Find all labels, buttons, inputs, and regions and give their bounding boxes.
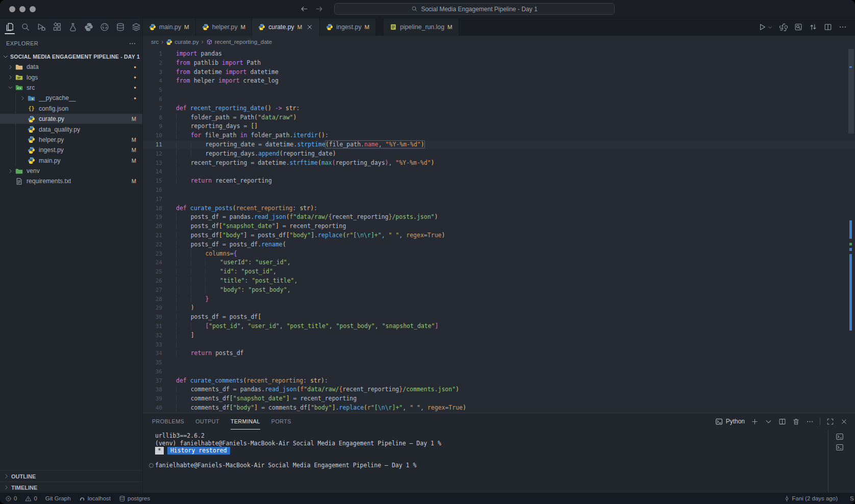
forward-icon[interactable] — [315, 5, 323, 13]
section-timeline[interactable]: TIMELINE — [0, 482, 142, 493]
code-line-39: 39comments_df["snapshot_date"] = recent_… — [143, 394, 855, 404]
line-number: 13 — [143, 159, 162, 168]
explorer-more-icon[interactable] — [129, 40, 136, 47]
new-terminal-icon[interactable] — [751, 418, 759, 425]
panel-tab-ports[interactable]: PORTS — [271, 413, 291, 430]
close-window-button[interactable] — [9, 6, 15, 12]
code-line-1: 1import pandas — [143, 49, 855, 59]
tree-item-logs[interactable]: logs● — [0, 72, 142, 82]
tree-item-config.json[interactable]: {}config.json — [0, 104, 142, 114]
run-dropdown-icon[interactable] — [767, 24, 773, 30]
terminal-line: fanielhabte@Faniels-MacBook-Air Social M… — [147, 462, 828, 469]
status-db-host[interactable]: localhost — [79, 495, 111, 502]
activity-item-search[interactable] — [19, 18, 32, 36]
activity-item-run-debug[interactable] — [35, 18, 47, 36]
json-icon: {} — [28, 105, 35, 112]
line-number: 39 — [143, 394, 162, 404]
breadcrumb-item-src[interactable]: src — [151, 39, 159, 45]
folder-icon — [28, 94, 35, 102]
command-center-search[interactable]: Social Media Engagement Pipeline - Day 1 — [334, 3, 615, 15]
terminal-instance-icon[interactable] — [836, 433, 844, 441]
code-editor[interactable]: 1import pandas2from pathlib import Path3… — [143, 48, 855, 413]
status-text: 0 — [14, 495, 17, 501]
split-terminal-icon[interactable] — [778, 418, 786, 425]
sync-icon[interactable] — [809, 23, 817, 31]
tree-item-curate.py[interactable]: curate.pyM — [0, 114, 142, 124]
modified-dot-badge: ● — [134, 85, 142, 90]
code-text — [162, 167, 191, 177]
panel-header: PROBLEMSOUTPUTTERMINALPORTS Python — [143, 413, 855, 430]
breadcrumb-item-curate.py[interactable]: curate.py — [166, 39, 198, 45]
activity-item-explorer[interactable] — [4, 18, 16, 36]
search-editor-icon[interactable] — [794, 23, 802, 31]
tree-item-requirements.txt[interactable]: requirements.txtM — [0, 176, 142, 186]
tree-item-data[interactable]: data● — [0, 62, 142, 72]
zoom-window-button[interactable] — [30, 6, 36, 12]
python-file-icon — [326, 23, 333, 31]
terminal-dropdown-icon[interactable] — [765, 418, 772, 425]
kill-terminal-icon[interactable] — [792, 418, 800, 425]
python-icon — [84, 22, 93, 32]
code-line-19: 19posts_df = pandas.read_json(f"data/raw… — [143, 213, 855, 222]
tree-item-data_quality.py[interactable]: data_quality.py — [0, 124, 142, 134]
code-line-36: 36 — [143, 367, 855, 376]
tree-item-src[interactable]: src● — [0, 83, 142, 93]
status-warning-count[interactable]: 0 — [25, 495, 37, 502]
terminal-gutter — [147, 432, 155, 440]
tree-item-main.py[interactable]: main.pyM — [0, 156, 142, 166]
tab-helper.py[interactable]: helper.pyM — [196, 18, 253, 36]
tree-item-helper.py[interactable]: helper.pyM — [0, 135, 142, 145]
close-tab-icon[interactable] — [306, 23, 313, 31]
line-number: 12 — [143, 149, 162, 159]
tab-ingest.py[interactable]: ingest.pyM — [320, 18, 376, 36]
panel-tab-terminal[interactable]: TERMINAL — [231, 413, 260, 430]
panel-tab-output[interactable]: OUTPUT — [195, 413, 219, 430]
activity-item-testing[interactable] — [67, 18, 79, 36]
minimize-window-button[interactable] — [19, 6, 26, 12]
maximize-panel-icon[interactable] — [826, 418, 834, 425]
status-error-count[interactable]: 0 — [5, 495, 17, 502]
tab-curate.py[interactable]: curate.pyM — [252, 18, 320, 36]
activity-item-python[interactable] — [83, 18, 95, 36]
activity-item-extensions[interactable] — [51, 18, 63, 36]
tab-pipeline_run.log[interactable]: pipeline_run.logM — [383, 18, 459, 36]
code-text: from helper import create_log — [162, 77, 279, 86]
openai-icon[interactable] — [779, 23, 788, 31]
split-editor-icon[interactable] — [824, 23, 832, 31]
breadcrumb-item-recent_reporting_date[interactable]: recent_reporting_date — [206, 39, 272, 45]
status-blame[interactable]: Fani (2 days ago) — [784, 495, 838, 502]
run-button[interactable] — [758, 23, 773, 31]
line-number: 37 — [143, 376, 162, 386]
code-line-31: 31["post_id", "user_id", "post_title", "… — [143, 322, 855, 331]
terminal-instance-icon[interactable] — [836, 443, 844, 451]
status-db-name[interactable]: postgres — [119, 495, 150, 502]
close-panel-icon[interactable] — [840, 418, 848, 425]
back-icon[interactable] — [300, 5, 309, 13]
tree-item-ingest.py[interactable]: ingest.pyM — [0, 145, 142, 155]
terminal-content[interactable]: urllib3==2.6.2(venv) fanielhabte@Faniels… — [143, 430, 828, 493]
tree-item-venv[interactable]: venv — [0, 166, 142, 176]
activity-item-database[interactable] — [114, 18, 127, 36]
run-icon — [758, 23, 766, 31]
line-number: 10 — [143, 131, 162, 140]
status-git-graph[interactable]: Git Graph — [45, 495, 71, 501]
panel-tab-problems[interactable]: PROBLEMS — [152, 413, 184, 430]
explorer-root-folder[interactable]: SOCIAL MEDIA ENGAGEMENT PIPELINE - DAY 1 — [0, 51, 142, 62]
tab-main.py[interactable]: main.pyM — [143, 18, 196, 36]
more-terminal-actions-icon[interactable] — [806, 418, 814, 425]
code-text: def recent_reporting_date() -> str: — [162, 104, 299, 113]
shell-label[interactable]: Python — [715, 418, 745, 425]
activity-item-github[interactable] — [98, 18, 111, 36]
tree-item-label: src — [27, 84, 35, 91]
line-number: 34 — [143, 349, 162, 358]
line-number: 24 — [143, 258, 162, 267]
more-actions-icon[interactable] — [839, 23, 847, 31]
editor-scrollbar[interactable] — [848, 49, 854, 134]
status-cut-label[interactable]: S — [850, 495, 855, 501]
code-line-35: 35 — [143, 358, 855, 367]
command-mark-icon — [147, 462, 155, 469]
tree-item-__pycache__[interactable]: __pycache__● — [0, 93, 142, 103]
section-outline[interactable]: OUTLINE — [0, 471, 142, 482]
activity-item-layers[interactable] — [130, 18, 142, 36]
section-label: OUTLINE — [11, 473, 36, 480]
